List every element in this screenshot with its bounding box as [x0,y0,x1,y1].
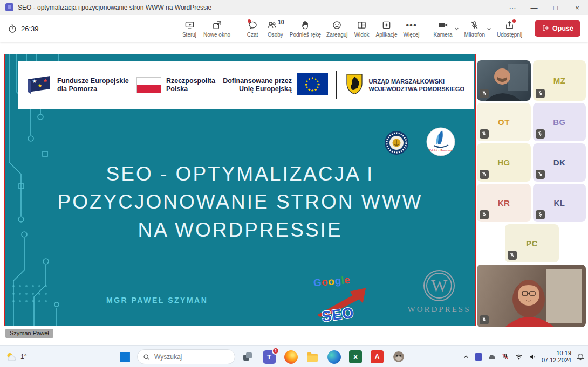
react-label: Zareaguj [326,32,347,38]
participant-tile[interactable]: DK [533,143,586,182]
slide-title-line2: POZYCJONOWANIE STRON WWW [5,188,475,216]
hidden-icons-chevron[interactable] [462,353,470,361]
raise-hand-button[interactable]: Podnieś rękę [287,16,324,41]
taskbar-app-edge[interactable] [325,348,343,366]
pop-out-icon [212,20,222,30]
share-label: Udostępnij [497,32,522,38]
taskbar-app-explorer[interactable] [303,348,322,366]
shared-screen-slide: ★ ★ ★ Fundusze Europejskie dla Pomorza R… [4,54,476,326]
eu-funds-logo-block: ★ ★ ★ Fundusze Europejskie dla Pomorza [25,74,129,96]
tray-mic-muted-icon[interactable] [501,352,510,361]
clock-date: 07.12.2024 [542,357,571,364]
more-dots-icon: ••• [406,20,417,30]
chat-button[interactable]: Czat [241,16,264,41]
taskbar-app-gimp[interactable] [389,348,408,366]
apps-button[interactable]: Aplikacje [373,16,400,41]
poland-logo-block: Rzeczpospolita Polska [136,77,215,93]
search-icon [143,354,150,361]
window-close-button[interactable]: × [566,0,588,15]
control-label: Steruj [182,32,196,38]
onedrive-icon[interactable] [487,352,496,361]
volume-icon[interactable] [528,352,537,361]
participant-tile[interactable]: OT [477,103,531,141]
participant-tile[interactable]: MZ [533,60,586,101]
chat-icon [248,20,258,30]
mic-muted-badge [536,129,545,139]
camera-icon [437,20,448,30]
participant-tile[interactable]: HG [477,143,531,182]
leave-button[interactable]: Opuść [535,20,580,37]
windows-taskbar: 1° T 1 [0,345,588,367]
window-titlebar[interactable]: SEO - optymalizacja i pozycjonowanie str… [0,0,588,15]
raise-hand-icon [300,20,310,30]
people-button[interactable]: 10 Osoby [264,16,287,41]
participant-video-tile[interactable] [477,265,586,327]
microphone-button[interactable]: Mikrofon [462,16,494,41]
tray-teams-icon[interactable] [475,353,482,361]
acrobat-icon: A [371,350,384,363]
participant-initials: HG [497,158,510,167]
view-button[interactable]: Widok [351,16,373,41]
control-button[interactable]: Steruj [178,16,201,41]
taskbar-app-acrobat[interactable]: A [368,348,386,366]
taskbar-search[interactable] [137,349,235,364]
window-more-button[interactable]: ⋯ [502,0,523,15]
participant-initials: BG [553,117,566,127]
participant-tile[interactable]: BG [533,103,586,141]
meeting-stage: ★ ★ ★ Fundusze Europejskie dla Pomorza R… [0,42,588,345]
view-grid-icon [357,20,367,30]
more-button[interactable]: ••• Więcej [400,16,423,41]
window-maximize-button[interactable]: □ [545,0,566,15]
taskbar-clock[interactable]: 10:19 07.12.2024 [542,350,571,364]
participant-initials: OT [498,117,510,127]
griffin-crest-icon [345,73,364,98]
meeting-timer-value: 26:39 [21,25,39,33]
people-count: 10 [278,19,284,25]
banner-divider [336,71,337,99]
meeting-timer: 26:39 [8,15,39,42]
notifications-bell-icon[interactable] [576,352,585,361]
participant-initials: MZ [553,76,566,85]
participant-tile[interactable]: PC [505,224,559,262]
taskbar-app-excel[interactable]: X [346,348,365,366]
marshal-text-line1: URZĄD MARSZAŁKOWSKI [369,78,464,85]
sail-program-logo: Zdolni z Pomorza [426,127,456,159]
participant-initials: PC [526,239,538,248]
new-window-label: Nowe okno [203,32,230,38]
taskbar-app-firefox[interactable] [282,348,300,366]
apps-label: Aplikacje [376,32,398,38]
share-button[interactable]: Udostępnij [494,16,525,41]
teams-app-icon [5,3,13,11]
share-screen-icon [504,20,515,30]
participant-initials: KR [498,198,510,207]
eu-funds-text-line1: Fundusze Europejskie [57,77,129,85]
participant-tile[interactable]: KL [533,184,586,222]
teams-notification-badge: 1 [272,347,279,355]
camera-button[interactable]: Kamera [431,16,462,41]
participant-video-tile[interactable] [477,60,531,101]
wifi-icon[interactable] [515,352,523,361]
weather-widget[interactable]: 1° [5,346,26,367]
raise-hand-label: Podnieś rękę [290,32,321,38]
taskbar-app-teams[interactable]: T 1 [260,348,278,366]
search-input[interactable] [154,353,219,361]
poland-text-line2: Polska [166,85,215,93]
react-button[interactable]: Zareaguj [324,16,350,41]
funding-text-line2: Unię Europejską [223,85,292,93]
task-view-button[interactable] [238,348,257,366]
window-minimize-button[interactable]: — [523,0,545,15]
sail-logo-text: Zdolni z Pomorza [429,149,453,152]
svg-text:★: ★ [314,88,317,92]
start-button[interactable] [115,348,134,366]
eu-funds-flag-icon: ★ ★ ★ [25,74,52,96]
svg-text:★: ★ [43,78,48,84]
toolbar-separator [237,20,237,37]
new-window-button[interactable]: Nowe okno [201,16,233,41]
leave-icon [542,24,549,33]
camera-chevron-icon[interactable] [454,26,459,31]
share-notification-dot [512,19,516,23]
participant-tile[interactable]: KR [477,184,531,222]
toolbar-buttons: Steruj Nowe okno Czat [178,16,525,41]
microphone-chevron-icon[interactable] [487,26,491,31]
funding-text-line1: Dofinansowane przez [223,77,292,85]
